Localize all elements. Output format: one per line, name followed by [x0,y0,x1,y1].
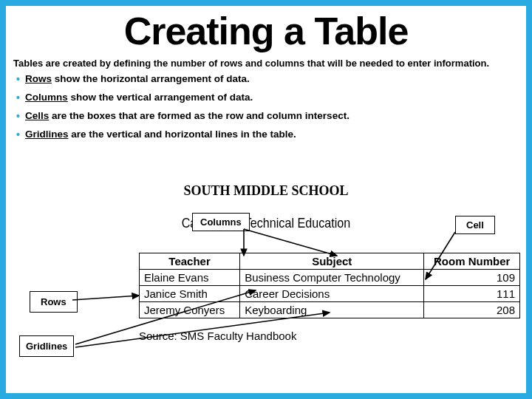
cell-teacher: Jeremy Conyers [140,302,240,318]
cell-room: 109 [424,270,520,286]
example-table: Teacher Subject Room Number Elaine Evans… [139,253,520,318]
def-rows-rest: show the horizontal arrangement of data. [52,73,250,84]
figure-area: SOUTH MIDDLE SCHOOL Career and Technical… [12,183,520,387]
svg-line-3 [72,296,139,300]
def-columns: Columns show the vertical arrangement of… [16,92,519,103]
def-cells-rest: are the boxes that are formed as the row… [49,110,349,121]
source-line: Source: SMS Faculty Handbook [139,330,296,342]
label-gridlines: Gridlines [19,335,74,357]
def-gridlines: Gridlines are the vertical and horizonta… [16,129,519,140]
label-cell: Cell [455,216,495,234]
def-columns-rest: show the vertical arrangement of data. [68,92,253,103]
table-row: Janice Smith Career Decisions 111 [140,286,520,302]
col-room: Room Number [424,253,520,270]
def-rows: Rows show the horizontal arrangement of … [16,73,519,84]
label-rows: Rows [30,291,78,313]
page-title: Creating a Table [13,9,519,53]
cell-subject: Keyboarding [240,302,424,318]
cell-room: 111 [424,286,520,302]
term-cells: Cells [25,110,49,121]
term-gridlines: Gridlines [25,129,69,140]
definitions-list: Rows show the horizontal arrangement of … [13,73,519,140]
school-title: SOUTH MIDDLE SCHOOL [12,183,520,199]
table-row: Jeremy Conyers Keyboarding 208 [140,302,520,318]
cell-subject: Business Computer Technology [240,270,424,286]
cell-teacher: Janice Smith [140,286,240,302]
label-columns: Columns [192,213,250,231]
table-header-row: Teacher Subject Room Number [140,253,520,270]
col-subject: Subject [240,253,424,270]
cell-room: 208 [424,302,520,318]
def-cells: Cells are the boxes that are formed as t… [16,110,519,121]
cell-teacher: Elaine Evans [140,270,240,286]
term-rows: Rows [25,73,52,84]
col-teacher: Teacher [140,253,240,270]
cell-subject: Career Decisions [240,286,424,302]
program-subtitle: Career and Technical Education [50,215,482,231]
def-gridlines-rest: are the vertical and horizontal lines in… [69,129,296,140]
table-row: Elaine Evans Business Computer Technolog… [140,270,520,286]
term-columns: Columns [25,92,68,103]
intro-text: Tables are created by defining the numbe… [13,58,519,69]
svg-line-1 [244,229,337,256]
